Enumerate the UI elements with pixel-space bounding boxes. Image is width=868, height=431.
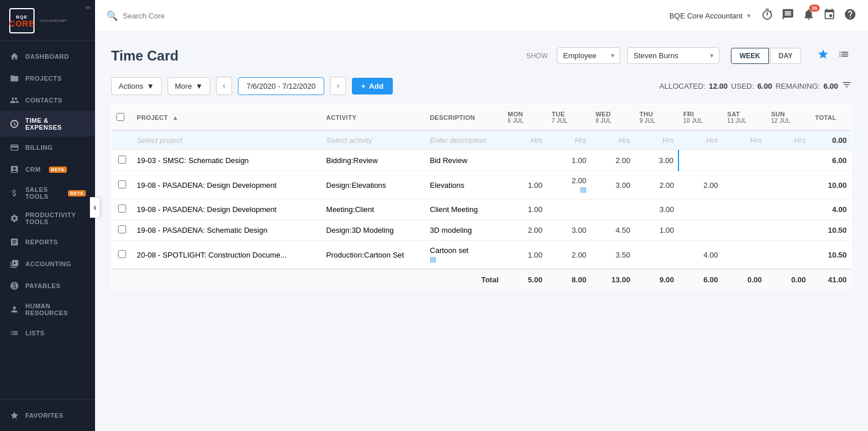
sidebar-item-contacts[interactable]: CONTACTS [0,89,95,111]
row4-check[interactable] [112,241,132,270]
row2-description[interactable]: Client Meeting [425,199,503,220]
row4-thu[interactable] [635,241,679,270]
week-view-button[interactable]: WEEK [731,48,769,64]
input-row-activity[interactable]: Select activity [321,130,425,150]
input-row-sun[interactable]: Hrs [767,130,810,150]
sidebar-item-payables[interactable]: PAYABLES [0,275,95,297]
timer-icon-btn[interactable] [761,8,774,24]
row3-description[interactable]: 3D modeling [425,220,503,241]
row3-project[interactable]: 19-08 - PASADENA: Schematic Design [132,220,322,241]
input-row-fri[interactable]: Hrs [679,130,722,150]
chat-icon-btn[interactable] [782,8,794,24]
row3-sun[interactable] [767,220,810,241]
sidebar-item-favorites[interactable]: FAVORITES [9,407,86,424]
row0-fri[interactable] [679,150,722,171]
input-row-description[interactable]: Enter description [425,130,503,150]
row4-sat[interactable] [723,241,767,270]
row0-check[interactable] [112,150,132,171]
sidebar-item-productivity-tools[interactable]: PRODUCTIVITY TOOLS [0,206,95,231]
sidebar-collapse-button[interactable]: ‹ [90,197,100,218]
row2-project[interactable]: 19-08 - PASADENA: Design Development [132,199,322,220]
row4-tue[interactable]: 2.00 [547,241,591,270]
input-row-mon[interactable]: Hrs [503,130,547,150]
row4-sun[interactable] [767,241,810,270]
input-row-project[interactable]: Select project [132,130,322,150]
input-row-sat[interactable]: Hrs [723,130,767,150]
row3-thu[interactable]: 1.00 [635,220,679,241]
row1-description[interactable]: Elevations [425,171,503,199]
sidebar-item-accounting[interactable]: ACCOUNTING [0,253,95,275]
sidebar-item-reports[interactable]: REPORTS [0,231,95,253]
edit-icon[interactable]: ✏ [86,5,90,11]
list-view-icon-btn[interactable] [836,46,852,65]
sidebar-item-time-expenses[interactable]: TIME & EXPENSES [0,111,95,137]
row0-activity[interactable]: Bidding:Review [321,150,425,171]
employee-select[interactable]: Steven Burns [627,47,719,64]
row1-tue[interactable]: 2.00 ▤ [547,171,591,199]
row1-mon[interactable]: 1.00 [503,171,547,199]
row2-check[interactable] [112,199,132,220]
row4-project[interactable]: 20-08 - SPOTLIGHT: Construction Docume..… [132,241,322,270]
row0-mon[interactable] [503,150,547,171]
row2-sat[interactable] [723,199,767,220]
help-icon-btn[interactable] [844,8,856,24]
row1-check[interactable] [112,171,132,199]
show-select[interactable]: Employee Project [557,47,620,64]
row3-activity[interactable]: Design:3D Modeling [321,220,425,241]
note-icon[interactable]: ▤ [580,186,586,194]
add-button[interactable]: + Add [352,78,393,94]
prev-week-button[interactable]: ‹ [216,77,232,95]
next-week-button[interactable]: › [330,77,346,95]
row2-fri[interactable] [679,199,722,220]
calendar-icon-btn[interactable] [823,8,836,24]
select-all-checkbox[interactable] [116,113,124,121]
actions-button[interactable]: Actions ▼ [111,77,162,95]
sidebar-item-sales-tools[interactable]: SALES TOOLS BETA [0,180,95,206]
row1-sat[interactable] [723,171,767,199]
row0-checkbox[interactable] [118,156,126,164]
sidebar-item-crm[interactable]: CRM BETA [0,158,95,180]
row4-description[interactable]: Cartoon set ▤ [425,241,503,270]
day-view-button[interactable]: DAY [770,48,801,64]
row4-mon[interactable]: 1.00 [503,241,547,270]
row2-checkbox[interactable] [118,205,126,213]
favorites-icon-btn[interactable] [815,46,831,65]
input-row-thu[interactable]: Hrs [635,130,679,150]
sidebar-item-billing[interactable]: BILLING [0,137,95,158]
input-row-wed[interactable]: Hrs [591,130,635,150]
row4-activity[interactable]: Production:Cartoon Set [321,241,425,270]
row0-project[interactable]: 19-03 - SMSC: Schematic Design [132,150,322,171]
sidebar-item-human-resources[interactable]: HUMAN RESOURCES [0,297,95,322]
row0-tue[interactable]: 1.00 [547,150,591,171]
row1-sun[interactable] [767,171,810,199]
row3-checkbox[interactable] [118,225,126,233]
row2-sun[interactable] [767,199,810,220]
row0-wed[interactable]: 2.00 [591,150,635,171]
row1-activity[interactable]: Design:Elevations [321,171,425,199]
row1-checkbox[interactable] [118,180,126,188]
row2-tue[interactable] [547,199,591,220]
row2-thu[interactable]: 3.00 [635,199,679,220]
row3-check[interactable] [112,220,132,241]
row2-wed[interactable] [591,199,635,220]
row3-tue[interactable]: 3.00 [547,220,591,241]
input-row-tue[interactable]: Hrs [547,130,591,150]
row0-description[interactable]: Bid Review [425,150,503,171]
row0-sat[interactable] [723,150,767,171]
row1-thu[interactable]: 2.00 [635,171,679,199]
note-icon[interactable]: ▤ [430,255,436,263]
sidebar-item-dashboard[interactable]: DASHBOARD [0,46,95,67]
sidebar-item-projects[interactable]: PROJECTS [0,67,95,89]
row4-wed[interactable]: 3.50 [591,241,635,270]
row3-sat[interactable] [723,220,767,241]
row4-fri[interactable]: 4.00 [679,241,722,270]
search-box[interactable]: 🔍 [107,10,279,21]
user-menu[interactable]: BQE Core Accountant ▼ [669,12,752,20]
row3-wed[interactable]: 4.50 [591,220,635,241]
row1-wed[interactable]: 3.00 [591,171,635,199]
date-range-display[interactable]: 7/6/2020 - 7/12/2020 [238,77,324,95]
row0-thu[interactable]: 3.00 [635,150,679,171]
col-header-project[interactable]: PROJECT ▲ [132,105,322,131]
row3-mon[interactable]: 2.00 [503,220,547,241]
row2-mon[interactable]: 1.00 [503,199,547,220]
